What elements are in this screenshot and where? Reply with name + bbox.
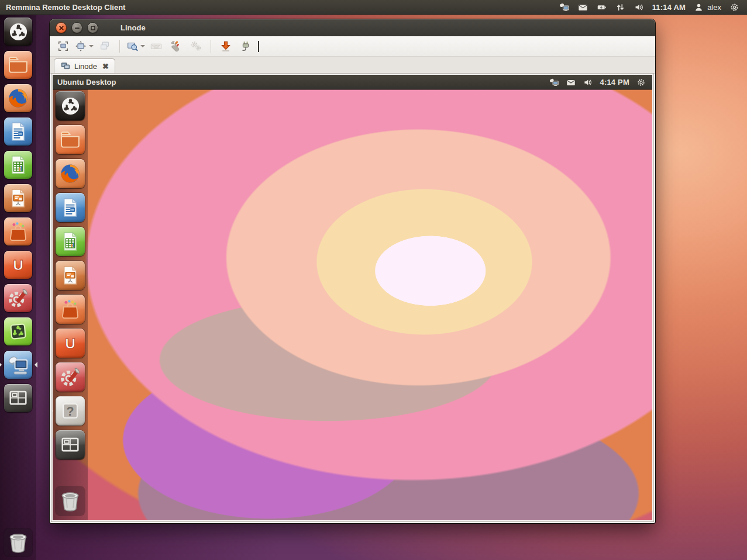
remote-panel-menu-label[interactable]: Ubuntu Desktop <box>53 78 116 87</box>
window-minimize-button[interactable] <box>71 22 82 33</box>
remote-sound-indicator-icon[interactable] <box>583 77 593 88</box>
launcher-icon <box>59 230 81 253</box>
tab-close-icon[interactable]: ✖ <box>102 63 109 70</box>
launcher-icon <box>57 488 83 514</box>
launcher-icon <box>5 530 31 555</box>
toolbar-separator[interactable] <box>211 40 211 53</box>
launcher-icon <box>59 332 81 354</box>
remote-messaging-menu-icon[interactable] <box>566 77 576 88</box>
remote-launcher-item-libreoffice-impress[interactable] <box>56 261 85 290</box>
host-sound-indicator-icon[interactable] <box>634 2 645 13</box>
remmina-window: Linode <box>50 19 655 523</box>
remote-launcher-item-home-folder[interactable] <box>56 125 85 154</box>
user-name: alex <box>707 3 721 12</box>
toolbar-text-cursor[interactable] <box>258 41 259 52</box>
launcher-icon <box>7 220 29 243</box>
launcher-icon <box>59 196 81 219</box>
tab-linode[interactable]: Linode ✖ <box>54 58 115 73</box>
remote-launcher-item-ubuntu-one[interactable] <box>56 329 85 358</box>
remote-launcher-item-libreoffice-writer[interactable] <box>56 193 85 222</box>
toolbar-minimize-to-tray[interactable] <box>217 38 235 54</box>
window-controls <box>56 22 98 33</box>
remote-wallpaper <box>53 75 652 520</box>
remote-screen-icon <box>60 61 71 71</box>
remote-launcher-item-ubuntu-software-center[interactable] <box>56 295 85 324</box>
remote-launcher-item-trash[interactable] <box>56 486 85 516</box>
launcher-icon <box>59 298 81 320</box>
remote-launcher-item-workspace-switcher[interactable] <box>56 430 85 459</box>
host-messaging-menu-icon[interactable] <box>577 2 588 13</box>
host-launcher-item-trash[interactable] <box>4 528 32 556</box>
toolbar-toggle-fullscreen[interactable] <box>54 38 72 54</box>
running-indicator-arrow <box>0 362 5 368</box>
maximize-icon <box>90 25 96 31</box>
remote-launcher-item-unknown-window[interactable] <box>56 396 85 426</box>
toolbar-separator[interactable] <box>119 40 120 53</box>
screen: Remmina Remote Desktop Client 11:14 AM a… <box>0 0 747 560</box>
host-launcher-item-dash-home[interactable] <box>4 18 32 46</box>
host-tray-icons <box>559 2 645 13</box>
launcher-icon <box>7 154 29 176</box>
host-indicator-area: 11:14 AM alex <box>559 2 747 13</box>
window-title: Linode <box>121 23 146 32</box>
launcher-icon <box>59 400 81 422</box>
toolbar-disconnect[interactable] <box>237 38 254 54</box>
window-close-button[interactable] <box>56 22 67 33</box>
host-launcher-item-firefox[interactable] <box>4 84 32 112</box>
remote-launcher-item-system-settings[interactable] <box>56 362 85 392</box>
toolbar-connection-tools[interactable] <box>167 38 185 54</box>
host-launcher-item-green-ubuntu-app[interactable] <box>4 317 32 345</box>
remote-remote-desktop-indicator-icon[interactable] <box>549 77 559 88</box>
host-clock[interactable]: 11:14 AM <box>652 3 686 12</box>
toolbar-connection-preferences <box>187 38 205 54</box>
launcher-icon <box>7 354 29 376</box>
remote-launcher-item-dash-home[interactable] <box>56 91 85 120</box>
focused-indicator-arrow <box>32 362 37 368</box>
launcher-icon <box>59 129 81 151</box>
launcher-icon <box>7 254 29 276</box>
window-maximize-button[interactable] <box>87 22 98 33</box>
host-launcher-item-ubuntu-one[interactable] <box>4 251 32 279</box>
host-panel-app-title: Remmina Remote Desktop Client <box>0 3 125 12</box>
tab-bar: Linode ✖ <box>50 57 655 74</box>
host-launcher-item-remmina[interactable] <box>4 351 32 379</box>
launcher-icon <box>7 187 29 209</box>
launcher-icon <box>7 287 29 309</box>
host-network-transfer-indicator-icon[interactable] <box>615 2 626 13</box>
user-menu[interactable]: alex <box>693 2 721 13</box>
close-icon <box>58 25 64 31</box>
dropdown-caret <box>140 45 145 50</box>
launcher-icon <box>7 387 29 409</box>
remote-clock[interactable]: 4:14 PM <box>600 78 629 87</box>
host-remote-desktop-indicator-icon[interactable] <box>559 2 570 13</box>
host-launcher-item-ubuntu-software-center[interactable] <box>4 217 32 246</box>
toolbar-grab-keyboard <box>147 38 165 54</box>
tab-label: Linode <box>74 62 97 71</box>
remote-session-gear-icon[interactable] <box>636 77 646 88</box>
running-indicator-arrow <box>51 408 56 414</box>
host-launcher-item-libreoffice-calc[interactable] <box>4 151 32 179</box>
host-launcher-item-workspace-switcher[interactable] <box>4 384 32 412</box>
launcher-icon <box>61 96 80 116</box>
minimize-icon <box>74 25 80 31</box>
dropdown-caret <box>89 45 94 50</box>
remote-launcher-item-libreoffice-calc[interactable] <box>56 227 85 256</box>
launcher-icon <box>7 87 29 109</box>
user-icon <box>693 2 704 13</box>
host-unity-launcher <box>0 15 36 560</box>
remote-launcher-item-firefox[interactable] <box>56 159 85 188</box>
remote-top-panel: Ubuntu Desktop 4:14 PM <box>53 75 652 89</box>
host-launcher-item-system-settings[interactable] <box>4 284 32 312</box>
launcher-icon <box>7 54 29 76</box>
host-session-gear-icon[interactable] <box>729 2 740 13</box>
toolbar-toggle-scaled-mode[interactable] <box>126 38 145 54</box>
host-launcher-item-libreoffice-writer[interactable] <box>4 117 32 146</box>
launcher-icon <box>59 434 81 456</box>
host-launcher-item-libreoffice-impress[interactable] <box>4 184 32 212</box>
remote-tray-icons <box>549 77 593 88</box>
window-titlebar[interactable]: Linode <box>50 19 655 36</box>
remote-desktop-view[interactable]: Ubuntu Desktop 4:14 PM <box>51 74 653 521</box>
host-battery-indicator-icon[interactable] <box>596 2 607 13</box>
host-launcher-item-home-folder[interactable] <box>4 51 32 79</box>
toolbar-resize-window-to-remote[interactable] <box>74 38 94 54</box>
